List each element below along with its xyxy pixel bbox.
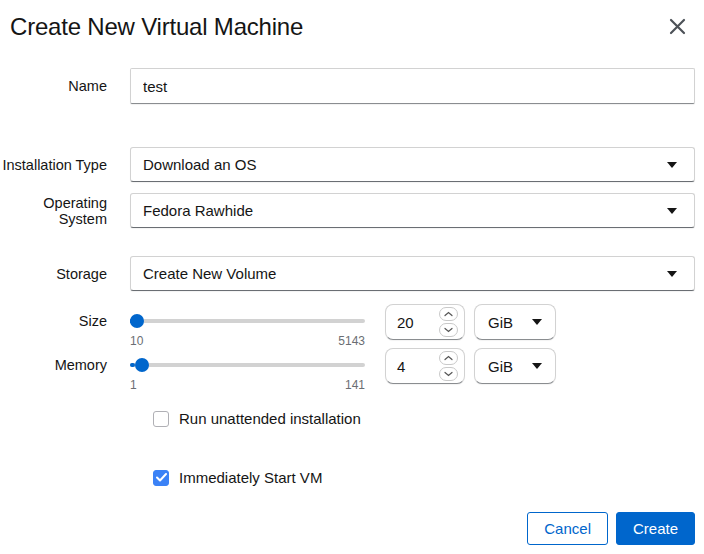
size-row: Size 10 5143 20 <box>0 304 695 348</box>
unattended-row: Run unattended installation <box>153 410 704 427</box>
installation-type-row: Installation Type Download an OS <box>0 147 695 182</box>
installation-type-select[interactable]: Download an OS <box>130 147 695 182</box>
chevron-up-icon <box>444 311 453 317</box>
operating-system-label: Operating System <box>0 195 130 227</box>
caret-down-icon <box>667 271 677 277</box>
operating-system-value: Fedora Rawhide <box>143 202 253 219</box>
memory-slider[interactable] <box>130 363 365 367</box>
size-unit-select[interactable]: GiB <box>474 304 556 340</box>
operating-system-row: Operating System Fedora Rawhide <box>0 193 695 228</box>
caret-down-icon <box>532 319 542 325</box>
dialog-footer: Cancel Create <box>527 512 695 545</box>
start-vm-label[interactable]: Immediately Start VM <box>179 469 322 486</box>
size-unit-value: GiB <box>488 314 513 331</box>
storage-value: Create New Volume <box>143 265 276 282</box>
size-label: Size <box>0 304 130 338</box>
close-button[interactable] <box>665 14 690 39</box>
page-title: Create New Virtual Machine <box>10 13 303 41</box>
memory-unit-value: GiB <box>488 358 513 375</box>
caret-down-icon <box>667 208 677 214</box>
size-value[interactable]: 20 <box>397 314 414 331</box>
caret-down-icon <box>532 363 542 369</box>
create-vm-dialog: Create New Virtual Machine Name Installa… <box>0 0 704 554</box>
cancel-button[interactable]: Cancel <box>527 512 608 545</box>
installation-type-label: Installation Type <box>0 157 130 173</box>
name-row: Name <box>0 68 695 104</box>
chevron-down-icon <box>444 371 453 377</box>
close-icon <box>669 18 686 35</box>
memory-decrement-button[interactable] <box>439 367 458 381</box>
name-input[interactable] <box>130 68 695 104</box>
size-decrement-button[interactable] <box>439 323 458 337</box>
unattended-checkbox[interactable] <box>153 411 169 427</box>
memory-slider-handle[interactable] <box>135 358 149 372</box>
unattended-label[interactable]: Run unattended installation <box>179 410 361 427</box>
dialog-header: Create New Virtual Machine <box>0 0 704 41</box>
size-stepper: 20 <box>385 304 465 340</box>
create-button[interactable]: Create <box>616 512 695 545</box>
storage-label: Storage <box>0 266 130 282</box>
size-slider-handle[interactable] <box>130 314 144 328</box>
chevron-down-icon <box>444 327 453 333</box>
memory-stepper: 4 <box>385 348 465 384</box>
operating-system-select[interactable]: Fedora Rawhide <box>130 193 695 228</box>
caret-down-icon <box>667 162 677 168</box>
start-vm-checkbox[interactable] <box>153 470 169 486</box>
size-increment-button[interactable] <box>439 307 458 321</box>
size-slider[interactable] <box>130 319 365 323</box>
chevron-up-icon <box>444 355 453 361</box>
memory-unit-select[interactable]: GiB <box>474 348 556 384</box>
name-label: Name <box>0 78 130 94</box>
memory-label: Memory <box>0 348 130 382</box>
installation-type-value: Download an OS <box>143 156 256 173</box>
memory-increment-button[interactable] <box>439 351 458 365</box>
storage-select[interactable]: Create New Volume <box>130 256 695 291</box>
start-vm-row: Immediately Start VM <box>153 469 704 486</box>
memory-value[interactable]: 4 <box>397 358 405 375</box>
memory-row: Memory 1 141 4 <box>0 348 695 392</box>
storage-row: Storage Create New Volume <box>0 256 695 291</box>
